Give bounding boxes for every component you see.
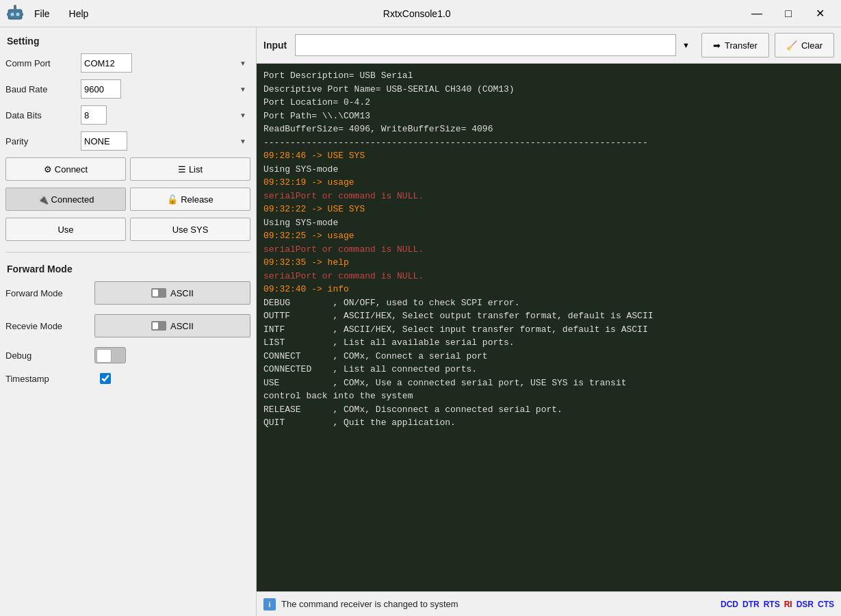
- console-line: Using SYS-mode: [263, 163, 834, 177]
- use-button[interactable]: Use: [5, 218, 126, 241]
- console-line: CONNECT , COMx, Connect a serial port: [263, 350, 834, 363]
- svg-rect-0: [8, 10, 22, 19]
- console-line: USE , COMx, Use a connected serial port,…: [263, 376, 834, 390]
- forward-mode-row: Forward Mode ASCII: [5, 281, 250, 305]
- console-line: ----------------------------------------…: [263, 136, 834, 150]
- comm-port-row: Comm Port COM12: [5, 53, 250, 73]
- debug-toggle[interactable]: [94, 347, 126, 363]
- debug-label: Debug: [5, 350, 94, 361]
- console-line: ReadBufferSize= 4096, WriteBufferSize= 4…: [263, 123, 834, 136]
- console-line: serialPort or command is NULL.: [263, 243, 834, 257]
- console-line: Port Path= \\.\COM13: [263, 110, 834, 123]
- baud-rate-row: Baud Rate 9600: [5, 79, 250, 99]
- receive-mode-label: Recevie Mode: [5, 321, 94, 331]
- svg-point-1: [11, 12, 14, 16]
- console-line: 09:32:22 -> USE SYS: [263, 203, 834, 216]
- console-line: serialPort or command is NULL.: [263, 270, 834, 283]
- console-line: 09:32:25 -> usage: [263, 229, 834, 243]
- parity-select-wrapper: NONE: [81, 131, 250, 151]
- input-dropdown-button[interactable]: ▼: [675, 34, 696, 56]
- parity-row: Parity NONE: [5, 131, 250, 151]
- data-bits-label: Data Bits: [5, 110, 81, 120]
- menu-file[interactable]: File: [30, 7, 54, 21]
- clear-icon: 🧹: [786, 40, 797, 51]
- console-line: RELEASE , COMx, Disconnect a connected s…: [263, 403, 834, 417]
- receive-mode-toggle[interactable]: ASCII: [94, 314, 250, 337]
- timestamp-checkbox[interactable]: [100, 373, 111, 384]
- close-button[interactable]: ✕: [804, 3, 836, 24]
- main-container: Setting Comm Port COM12 Baud Rate 9600 D…: [0, 27, 841, 616]
- console-line: Using SYS-mode: [263, 216, 834, 230]
- parity-select[interactable]: NONE: [81, 131, 127, 151]
- data-bits-row: Data Bits 8: [5, 105, 250, 125]
- clear-button[interactable]: 🧹 Clear: [775, 33, 834, 57]
- console-line: 09:32:40 -> info: [263, 283, 834, 296]
- transfer-icon: ➡: [713, 40, 721, 51]
- menu-help[interactable]: Help: [65, 7, 93, 21]
- maximize-button[interactable]: □: [773, 3, 804, 24]
- connect-button[interactable]: ⚙ Connect: [5, 157, 126, 181]
- parity-label: Parity: [5, 136, 81, 146]
- console-line: Descriptive Port Name= USB-SERIAL CH340 …: [263, 83, 834, 97]
- forward-mode-label: Forward Mode: [5, 288, 94, 298]
- signal-dcd: DCD: [721, 600, 738, 609]
- baud-rate-select[interactable]: 9600: [81, 79, 121, 99]
- console-line: QUIT , Quit the application.: [263, 416, 834, 430]
- baud-rate-label: Baud Rate: [5, 84, 81, 94]
- menu-bar: File Help: [30, 7, 92, 21]
- transfer-button[interactable]: ➡ Transfer: [701, 33, 769, 57]
- status-message: The command receiver is changed to syste…: [281, 599, 721, 609]
- connect-icon: ⚙: [44, 164, 52, 175]
- connected-release-row: 🔌 Connected 🔓 Release: [5, 188, 250, 211]
- app-icon: [5, 4, 25, 23]
- console-line: OUTTF , ASCII/HEX, Select output transfe…: [263, 309, 834, 323]
- console-output: Port Description= USB SerialDescriptive …: [257, 64, 841, 591]
- connected-icon: 🔌: [38, 194, 49, 205]
- input-bar: Input ▼ ➡ Transfer 🧹 Clear: [257, 27, 841, 64]
- right-panel: Input ▼ ➡ Transfer 🧹 Clear Port Descript…: [257, 27, 841, 616]
- signal-rts: RTS: [764, 600, 780, 609]
- divider-1: [5, 252, 250, 253]
- console-line: 09:32:19 -> usage: [263, 176, 834, 190]
- console-line: serialPort or command is NULL.: [263, 190, 834, 203]
- input-label: Input: [263, 40, 287, 51]
- status-icon: i: [263, 598, 276, 611]
- list-button[interactable]: ☰ List: [130, 157, 250, 181]
- forward-mode-indicator: [151, 288, 166, 298]
- signal-dtr: DTR: [742, 600, 760, 609]
- status-bar: i The command receiver is changed to sys…: [257, 591, 841, 616]
- use-row: Use Use SYS: [5, 218, 250, 241]
- left-panel: Setting Comm Port COM12 Baud Rate 9600 D…: [0, 27, 257, 616]
- titlebar: File Help RxtxConsole1.0 — □ ✕: [0, 0, 841, 27]
- console-line: control back into the system: [263, 389, 834, 403]
- data-bits-select-wrapper: 8: [81, 105, 250, 125]
- console-line: LIST , List all available serial ports.: [263, 336, 834, 350]
- use-sys-button[interactable]: Use SYS: [130, 218, 250, 241]
- minimize-button[interactable]: —: [741, 3, 773, 24]
- forward-mode-toggle[interactable]: ASCII: [94, 281, 250, 305]
- receive-mode-indicator: [151, 321, 166, 331]
- console-line: INTF , ASCII/HEX, Select input transfer …: [263, 323, 834, 337]
- svg-point-2: [16, 12, 20, 16]
- data-bits-select[interactable]: 8: [81, 105, 107, 125]
- command-input[interactable]: [295, 34, 696, 56]
- signal-dsr: DSR: [797, 600, 814, 609]
- console-line: Port Description= USB Serial: [263, 69, 834, 83]
- release-button[interactable]: 🔓 Release: [130, 188, 250, 211]
- input-field-wrapper: ▼: [295, 34, 696, 56]
- debug-row: Debug: [5, 347, 250, 363]
- baud-rate-select-wrapper: 9600: [81, 79, 250, 99]
- timestamp-label: Timestamp: [5, 374, 94, 384]
- comm-port-select[interactable]: COM12: [81, 53, 132, 73]
- forward-mode-title: Forward Mode: [5, 261, 250, 277]
- svg-rect-5: [7, 13, 9, 16]
- console-line: Port Location= 0-4.2: [263, 96, 834, 110]
- console-line: 09:32:35 -> help: [263, 256, 834, 270]
- console-line: DEBUG , ON/OFF, used to check SCPI error…: [263, 296, 834, 310]
- connected-button[interactable]: 🔌 Connected: [5, 188, 126, 211]
- svg-rect-6: [21, 13, 23, 16]
- list-icon: ☰: [178, 164, 186, 175]
- timestamp-row: Timestamp: [5, 373, 250, 384]
- console-line: CONNECTED , List all connected ports.: [263, 363, 834, 376]
- signal-cts: CTS: [818, 600, 834, 609]
